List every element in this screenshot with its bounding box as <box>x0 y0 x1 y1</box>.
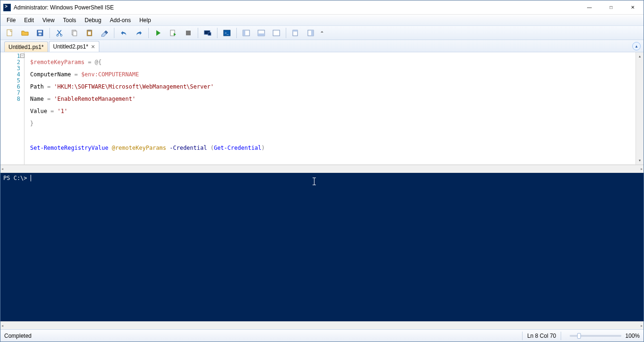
stop-button[interactable] <box>182 27 195 39</box>
code-area[interactable]: $remoteKeyParams = @{ ComputerName = $en… <box>24 52 636 164</box>
open-button[interactable] <box>18 27 32 39</box>
undo-button[interactable] <box>117 27 130 39</box>
tab-strip: Untitled1.ps1* Untitled2.ps1* ✕ ▲ <box>0 40 644 52</box>
close-button[interactable]: ✕ <box>622 0 644 15</box>
ibeam-cursor-icon <box>314 178 314 185</box>
redo-button[interactable] <box>132 27 145 39</box>
svg-rect-7 <box>73 31 77 36</box>
svg-rect-20 <box>258 33 265 36</box>
svg-text:>_: >_ <box>225 31 229 35</box>
powershell-button[interactable]: >_ <box>220 27 233 39</box>
console-vertical-scrollbar[interactable] <box>636 173 644 321</box>
console-prompt: PS C:\> <box>3 175 31 181</box>
save-button[interactable] <box>33 27 47 39</box>
zoom-label: 100% <box>625 333 640 339</box>
console[interactable]: PS C:\> <box>0 173 636 321</box>
run-selection-button[interactable] <box>167 27 180 39</box>
zoom-thumb[interactable] <box>577 333 581 339</box>
console-horizontal-scrollbar[interactable]: ◂▸ <box>0 321 644 329</box>
menu-view[interactable]: View <box>38 16 59 25</box>
copy-button[interactable] <box>68 27 81 39</box>
app-window: Administrator: Windows PowerShell ISE — … <box>0 0 644 342</box>
menu-tools[interactable]: Tools <box>59 16 80 25</box>
menu-file[interactable]: File <box>2 16 20 25</box>
paste-button[interactable] <box>83 27 96 39</box>
status-bar: Completed Ln 8 Col 70 100% <box>0 329 644 342</box>
svg-rect-25 <box>311 30 314 36</box>
menu-help[interactable]: Help <box>135 16 155 25</box>
tab-untitled2[interactable]: Untitled2.ps1* ✕ <box>49 41 100 52</box>
show-command-button[interactable] <box>289 27 302 39</box>
maximize-button[interactable]: □ <box>600 0 622 15</box>
window-title: Administrator: Windows PowerShell ISE <box>14 4 114 11</box>
toolbar: >_ <box>0 26 644 40</box>
script-editor[interactable]: – 1 2 3 4 5 6 7 8 $remoteKeyParams = @{ … <box>0 52 644 165</box>
tab-label: Untitled1.ps1* <box>8 44 44 50</box>
zoom-slider[interactable] <box>570 335 621 337</box>
svg-rect-10 <box>88 32 91 35</box>
svg-rect-14 <box>208 33 211 35</box>
svg-rect-23 <box>293 30 298 32</box>
menu-addons[interactable]: Add-ons <box>105 16 135 25</box>
editor-vertical-scrollbar[interactable]: ▴ ▾ <box>636 52 644 164</box>
remote-button[interactable] <box>201 27 214 39</box>
layout-side-button[interactable] <box>240 27 253 39</box>
clear-button[interactable] <box>98 27 111 39</box>
svg-rect-9 <box>88 30 91 31</box>
svg-rect-2 <box>38 31 42 33</box>
show-addon-button[interactable] <box>304 27 317 39</box>
tab-untitled1[interactable]: Untitled1.ps1* <box>4 41 48 52</box>
svg-rect-3 <box>39 33 41 35</box>
menu-bar: File Edit View Tools Debug Add-ons Help <box>0 15 644 26</box>
new-button[interactable] <box>3 27 16 39</box>
svg-rect-21 <box>273 30 280 36</box>
svg-rect-0 <box>7 30 12 36</box>
collapse-script-pane-button[interactable]: ▲ <box>632 42 641 50</box>
minimize-button[interactable]: — <box>579 0 600 15</box>
app-icon <box>3 4 11 11</box>
cursor-position: Ln 8 Col 70 <box>527 333 556 339</box>
layout-full-button[interactable] <box>270 27 283 39</box>
menu-debug[interactable]: Debug <box>80 16 105 25</box>
run-button[interactable] <box>152 27 165 39</box>
menu-edit[interactable]: Edit <box>20 16 38 25</box>
text-cursor <box>31 175 31 181</box>
scroll-down-icon[interactable]: ▾ <box>636 156 644 164</box>
toolbar-overflow-button[interactable] <box>319 27 326 39</box>
line-number-gutter: – 1 2 3 4 5 6 7 8 <box>0 52 23 164</box>
cut-button[interactable] <box>53 27 66 39</box>
console-pane: PS C:\> <box>0 173 644 321</box>
layout-bottom-button[interactable] <box>255 27 268 39</box>
svg-rect-18 <box>243 30 245 36</box>
title-bar: Administrator: Windows PowerShell ISE — … <box>0 0 644 15</box>
editor-horizontal-scrollbar[interactable]: ◂▸ <box>0 165 644 173</box>
status-text: Completed <box>4 333 32 339</box>
tab-close-icon[interactable]: ✕ <box>91 44 95 50</box>
tab-label: Untitled2.ps1* <box>53 43 89 50</box>
fold-icon[interactable]: – <box>20 54 24 58</box>
scroll-up-icon[interactable]: ▴ <box>636 52 644 60</box>
svg-rect-12 <box>186 31 191 35</box>
